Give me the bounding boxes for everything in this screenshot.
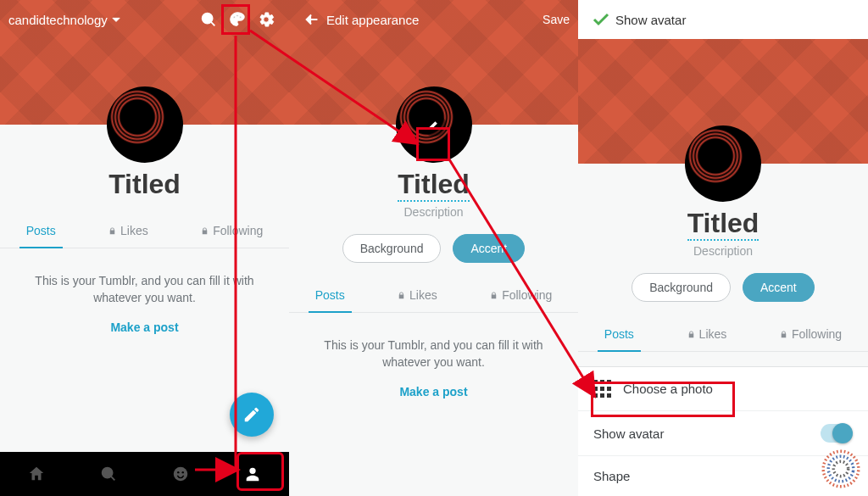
lock-icon: [687, 330, 696, 339]
gear-icon[interactable]: [252, 5, 281, 34]
profile-tabs: Posts Likes Following: [0, 215, 289, 248]
compose-fab[interactable]: [230, 393, 274, 437]
make-post-link[interactable]: Make a post: [0, 320, 289, 334]
tab-following[interactable]: Following: [193, 215, 270, 248]
svg-line-6: [111, 476, 114, 480]
tab-posts[interactable]: Posts: [19, 215, 63, 248]
save-button[interactable]: Save: [542, 13, 570, 26]
palette-icon[interactable]: [223, 5, 252, 34]
tab-following[interactable]: Following: [482, 280, 559, 312]
grid-icon: [593, 380, 611, 398]
make-post-link[interactable]: Make a post: [289, 385, 578, 398]
blog-description-editable[interactable]: Description: [289, 205, 578, 219]
tab-likes[interactable]: Likes: [390, 280, 444, 312]
lock-icon: [779, 330, 788, 339]
svg-point-5: [103, 468, 113, 478]
search-icon[interactable]: [194, 5, 223, 34]
avatar[interactable]: [396, 86, 472, 163]
tab-posts[interactable]: Posts: [309, 280, 352, 312]
tab-likes[interactable]: Likes: [101, 215, 155, 248]
watermark-logo: [819, 447, 863, 491]
choose-photo-row[interactable]: Choose a photo: [578, 367, 868, 411]
tab-posts[interactable]: Posts: [598, 319, 641, 351]
empty-state-text: This is your Tumblr, and you can fill it…: [314, 337, 553, 371]
profile-tabs: Posts Likes Following: [578, 319, 868, 352]
edit-topbar: Edit appearance Save: [289, 0, 578, 39]
accent-color-button[interactable]: Accent: [453, 234, 525, 263]
back-button[interactable]: [298, 5, 326, 34]
arrow-left-icon: [303, 10, 321, 29]
background-color-button[interactable]: Background: [632, 273, 731, 302]
show-avatar-label: Show avatar: [593, 426, 664, 441]
svg-point-7: [174, 467, 188, 482]
accent-color-button[interactable]: Accent: [743, 273, 815, 302]
avatar-topbar: Show avatar: [578, 0, 868, 39]
nav-search[interactable]: [94, 460, 123, 488]
panel-avatar-options: Show avatar Titled Description Backgroun…: [578, 0, 868, 496]
panel-profile: candidtechnology Titled Posts Likes: [0, 0, 289, 496]
svg-point-4: [239, 16, 241, 18]
nav-profile[interactable]: [238, 460, 267, 488]
svg-line-1: [211, 22, 214, 25]
blog-description-editable[interactable]: Description: [578, 244, 868, 258]
svg-point-2: [233, 16, 235, 18]
svg-point-9: [182, 471, 184, 473]
tab-likes[interactable]: Likes: [680, 319, 734, 351]
blog-title-editable[interactable]: Titled: [687, 208, 760, 241]
lock-icon: [489, 291, 498, 300]
edit-avatar-button[interactable]: [422, 113, 446, 137]
shape-label: Shape: [593, 469, 630, 483]
svg-point-15: [826, 454, 855, 483]
check-icon: [591, 9, 611, 30]
bottom-nav: [0, 452, 289, 496]
svg-point-16: [833, 461, 848, 476]
profile-tabs: Posts Likes Following: [289, 280, 578, 313]
blog-title: Titled: [0, 169, 289, 200]
header-title: Show avatar: [615, 13, 686, 27]
chevron-down-icon[interactable]: [108, 5, 125, 34]
avatar[interactable]: [685, 125, 761, 202]
lock-icon: [108, 226, 117, 236]
show-avatar-toggle[interactable]: [821, 424, 853, 443]
color-pills: Background Accent: [578, 273, 868, 302]
tab-following[interactable]: Following: [772, 319, 849, 351]
lock-icon: [397, 291, 406, 300]
nav-home[interactable]: [22, 460, 51, 488]
blog-title-editable[interactable]: Titled: [398, 169, 470, 202]
svg-point-14: [819, 447, 863, 491]
header-title: Edit appearance: [326, 13, 419, 27]
nav-activity[interactable]: [166, 460, 195, 488]
background-color-button[interactable]: Background: [342, 234, 442, 263]
svg-point-3: [236, 14, 238, 16]
empty-state-text: This is your Tumblr, and you can fill it…: [25, 272, 264, 307]
panel-edit-appearance: Edit appearance Save Titled Description …: [289, 0, 578, 496]
svg-point-8: [177, 471, 179, 473]
profile-topbar: candidtechnology: [0, 0, 289, 39]
blog-name-dropdown[interactable]: candidtechnology: [8, 13, 108, 27]
choose-photo-label: Choose a photo: [623, 382, 713, 396]
confirm-button[interactable]: [587, 5, 615, 34]
lock-icon: [200, 226, 209, 236]
svg-point-0: [203, 14, 213, 24]
pencil-icon: [427, 118, 441, 131]
color-pills: Background Accent: [289, 234, 578, 263]
avatar[interactable]: [107, 86, 183, 163]
pencil-icon: [242, 405, 261, 424]
